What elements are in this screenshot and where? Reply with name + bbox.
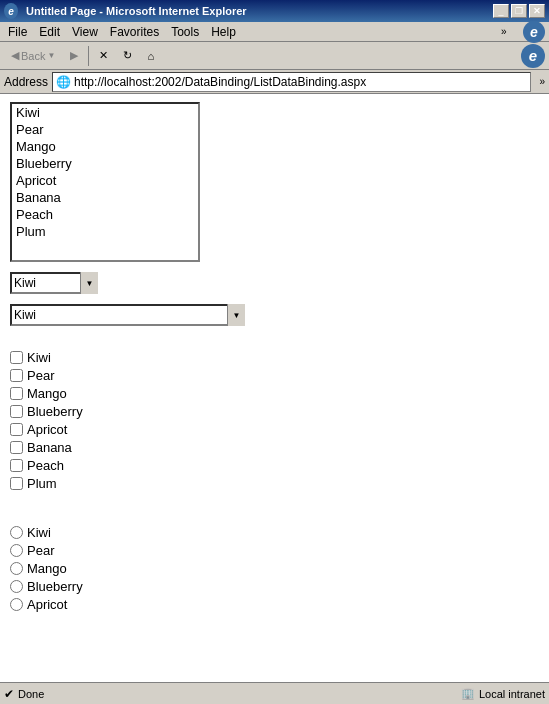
menu-tools[interactable]: Tools [165, 23, 205, 41]
radio-label: Mango [27, 561, 67, 576]
address-input[interactable] [74, 75, 527, 89]
radio-label: Pear [27, 543, 54, 558]
dropdown-small[interactable]: KiwiPearMangoBlueberryApricotBananaPeach… [10, 272, 98, 294]
listbox[interactable]: KiwiPearMangoBlueberryApricotBananaPeach… [10, 102, 200, 262]
window-icon: e [4, 4, 18, 18]
listbox-item[interactable]: Pear [12, 121, 198, 138]
menu-edit[interactable]: Edit [33, 23, 66, 41]
checkbox-item[interactable]: Kiwi [10, 350, 539, 365]
radio-item[interactable]: Apricot [10, 597, 539, 612]
close-button[interactable]: ✕ [529, 4, 545, 18]
checkbox-item[interactable]: Blueberry [10, 404, 539, 419]
menu-file[interactable]: File [2, 23, 33, 41]
address-bar: Address 🌐 » [0, 70, 549, 94]
menu-help[interactable]: Help [205, 23, 242, 41]
nav-buttons: ◀ Back ▼ ▶ ✕ ↻ ⌂ [4, 46, 161, 66]
address-extend-icon[interactable]: » [539, 76, 545, 87]
listbox-item[interactable]: Plum [12, 223, 198, 240]
checkbox-label: Peach [27, 458, 64, 473]
radio-label: Kiwi [27, 525, 51, 540]
back-label: Back [21, 50, 45, 62]
checkbox-label: Plum [27, 476, 57, 491]
radio-input[interactable] [10, 598, 23, 611]
radio-input[interactable] [10, 580, 23, 593]
checkbox-label: Blueberry [27, 404, 83, 419]
dropdown-large[interactable]: KiwiPearMangoBlueberryApricotBananaPeach… [10, 304, 245, 326]
radio-label: Blueberry [27, 579, 83, 594]
zone-icon: 🏢 [461, 687, 475, 700]
address-label: Address [4, 75, 48, 89]
home-button[interactable]: ⌂ [140, 47, 161, 65]
separator-1 [88, 46, 89, 66]
checkbox-item[interactable]: Apricot [10, 422, 539, 437]
radio-input[interactable] [10, 562, 23, 575]
radio-item[interactable]: Blueberry [10, 579, 539, 594]
status-text: Done [18, 688, 44, 700]
checkbox-input[interactable] [10, 405, 23, 418]
restore-button[interactable]: ❐ [511, 4, 527, 18]
radio-group: KiwiPearMangoBlueberryApricot [10, 525, 539, 612]
back-button[interactable]: ◀ Back ▼ [4, 46, 62, 65]
dropdown-large-wrapper: KiwiPearMangoBlueberryApricotBananaPeach… [10, 304, 245, 326]
radio-input[interactable] [10, 544, 23, 557]
menu-view[interactable]: View [66, 23, 104, 41]
stop-button[interactable]: ✕ [92, 46, 115, 65]
window-title: Untitled Page - Microsoft Internet Explo… [26, 5, 247, 17]
checkbox-label: Apricot [27, 422, 67, 437]
checkbox-label: Mango [27, 386, 67, 401]
refresh-button[interactable]: ↻ [116, 46, 139, 65]
title-bar: e Untitled Page - Microsoft Internet Exp… [0, 0, 549, 22]
checkbox-input[interactable] [10, 423, 23, 436]
listbox-item[interactable]: Peach [12, 206, 198, 223]
status-icon: ✔ [4, 687, 14, 701]
checkbox-label: Banana [27, 440, 72, 455]
checkbox-input[interactable] [10, 387, 23, 400]
minimize-button[interactable]: _ [493, 4, 509, 18]
radio-item[interactable]: Kiwi [10, 525, 539, 540]
zone-text: Local intranet [479, 688, 545, 700]
ie-logo-right: e [521, 44, 545, 68]
listbox-item[interactable]: Blueberry [12, 155, 198, 172]
checkbox-input[interactable] [10, 351, 23, 364]
refresh-icon: ↻ [123, 49, 132, 62]
back-dropdown-icon[interactable]: ▼ [47, 51, 55, 60]
listbox-item[interactable]: Kiwi [12, 104, 198, 121]
address-input-wrapper: 🌐 [52, 72, 531, 92]
toolbar: ◀ Back ▼ ▶ ✕ ↻ ⌂ e [0, 42, 549, 70]
ie-small-icon: e [4, 3, 18, 19]
checkbox-input[interactable] [10, 369, 23, 382]
status-right: 🏢 Local intranet [461, 687, 545, 700]
forward-button[interactable]: ▶ [63, 46, 85, 65]
checkbox-input[interactable] [10, 477, 23, 490]
window-controls: _ ❐ ✕ [493, 4, 545, 18]
checkbox-item[interactable]: Mango [10, 386, 539, 401]
radio-input[interactable] [10, 526, 23, 539]
menu-bar: File Edit View Favorites Tools Help » e [0, 22, 549, 42]
stop-icon: ✕ [99, 49, 108, 62]
listbox-item[interactable]: Banana [12, 189, 198, 206]
ie-logo-icon: e [523, 21, 545, 43]
back-arrow-icon: ◀ [11, 49, 19, 62]
ie-animated-icon: e [521, 44, 545, 68]
status-bar: ✔ Done 🏢 Local intranet [0, 682, 549, 704]
radio-label: Apricot [27, 597, 67, 612]
checkbox-item[interactable]: Pear [10, 368, 539, 383]
toolbar-extend-icon[interactable]: » [501, 26, 521, 37]
checkbox-input[interactable] [10, 459, 23, 472]
checkbox-input[interactable] [10, 441, 23, 454]
listbox-item[interactable]: Apricot [12, 172, 198, 189]
checkbox-label: Kiwi [27, 350, 51, 365]
menu-favorites[interactable]: Favorites [104, 23, 165, 41]
checkbox-group: KiwiPearMangoBlueberryApricotBananaPeach… [10, 350, 539, 491]
checkbox-item[interactable]: Peach [10, 458, 539, 473]
home-icon: ⌂ [147, 50, 154, 62]
ie-logo-toolbar: e [521, 19, 547, 45]
radio-item[interactable]: Mango [10, 561, 539, 576]
checkbox-item[interactable]: Banana [10, 440, 539, 455]
forward-icon: ▶ [70, 49, 78, 62]
checkbox-item[interactable]: Plum [10, 476, 539, 491]
status-left: ✔ Done [4, 687, 461, 701]
content-area: KiwiPearMangoBlueberryApricotBananaPeach… [0, 94, 549, 682]
listbox-item[interactable]: Mango [12, 138, 198, 155]
radio-item[interactable]: Pear [10, 543, 539, 558]
